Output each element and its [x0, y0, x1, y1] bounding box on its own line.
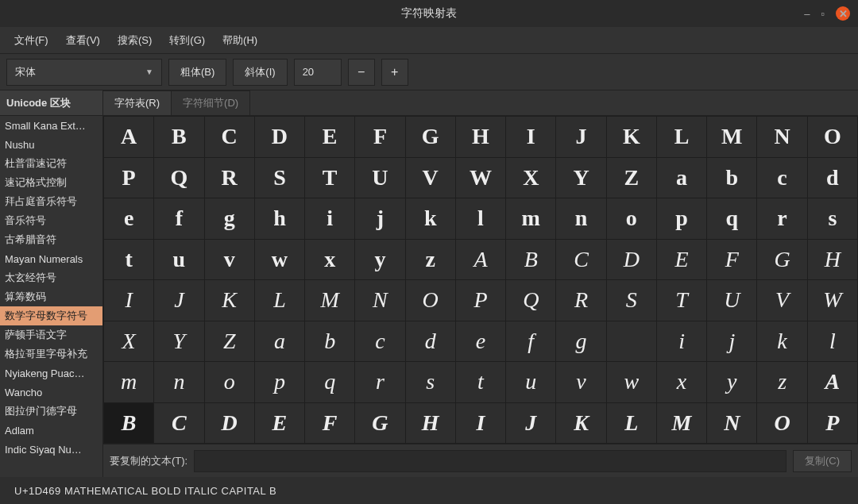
copy-input[interactable] [194, 450, 786, 472]
italic-button[interactable]: 斜体(I) [233, 59, 287, 86]
char-cell[interactable]: a [656, 157, 706, 198]
tab-1[interactable]: 字符细节(D) [171, 90, 250, 115]
char-cell[interactable]: G [405, 117, 455, 158]
char-cell[interactable]: s [405, 362, 455, 403]
char-cell[interactable]: x [305, 239, 355, 280]
char-cell[interactable]: d [807, 157, 857, 198]
block-item[interactable]: 杜普雷速记符 [0, 154, 102, 173]
block-item[interactable]: 算筹数码 [0, 287, 102, 306]
char-cell[interactable]: A [104, 117, 154, 158]
char-cell[interactable]: H [455, 117, 505, 158]
size-plus-button[interactable]: + [381, 59, 408, 86]
char-cell[interactable]: L [656, 117, 706, 158]
char-cell[interactable]: j [707, 321, 757, 362]
char-cell[interactable]: M [707, 117, 757, 158]
char-cell[interactable]: O [757, 402, 807, 444]
char-cell[interactable]: K [606, 117, 656, 158]
char-cell[interactable]: H [405, 402, 455, 444]
size-input[interactable]: 20 [294, 59, 342, 86]
char-cell[interactable]: a [254, 321, 304, 362]
char-cell[interactable]: T [305, 157, 355, 198]
char-cell[interactable]: S [606, 280, 656, 321]
char-cell[interactable]: o [606, 198, 656, 240]
char-cell[interactable]: X [506, 157, 556, 198]
char-cell[interactable]: J [154, 280, 204, 321]
copy-button[interactable]: 复制(C) [793, 450, 852, 472]
bold-button[interactable]: 粗体(B) [168, 59, 226, 86]
char-cell[interactable]: q [305, 362, 355, 403]
char-cell[interactable]: i [656, 321, 706, 362]
char-cell[interactable]: r [355, 362, 405, 403]
char-cell[interactable]: C [154, 402, 204, 444]
char-cell[interactable]: g [556, 321, 606, 362]
char-cell[interactable]: M [305, 280, 355, 321]
char-cell[interactable]: l [807, 321, 857, 362]
block-item[interactable]: Adlam [0, 421, 102, 440]
char-cell[interactable]: Y [556, 157, 606, 198]
char-cell[interactable]: F [305, 402, 355, 444]
block-item[interactable]: 速记格式控制 [0, 173, 102, 192]
char-cell[interactable]: b [707, 157, 757, 198]
menu-2[interactable]: 搜索(S) [110, 30, 160, 51]
char-cell[interactable]: R [204, 157, 254, 198]
char-cell[interactable]: U [707, 280, 757, 321]
char-cell[interactable]: K [556, 402, 606, 444]
char-cell[interactable]: C [204, 117, 254, 158]
block-item[interactable]: 格拉哥里字母补充 [0, 344, 102, 364]
close-icon[interactable]: ✕ [836, 6, 850, 21]
char-cell[interactable]: L [606, 402, 656, 444]
char-cell[interactable]: G [355, 402, 405, 444]
menu-0[interactable]: 文件(F) [6, 30, 56, 51]
menu-4[interactable]: 帮助(H) [214, 30, 265, 51]
char-cell[interactable]: t [455, 362, 505, 403]
char-cell[interactable]: R [556, 280, 606, 321]
char-cell[interactable]: J [556, 117, 606, 158]
char-cell[interactable]: G [757, 239, 807, 280]
char-cell[interactable]: w [254, 239, 304, 280]
char-cell[interactable]: v [204, 239, 254, 280]
char-cell[interactable]: e [104, 198, 154, 240]
char-cell[interactable]: n [154, 362, 204, 403]
char-cell[interactable]: z [405, 239, 455, 280]
char-cell[interactable]: V [405, 157, 455, 198]
char-cell[interactable]: D [254, 117, 304, 158]
block-item[interactable]: Nyiakeng Puac… [0, 364, 102, 383]
char-cell[interactable]: v [556, 362, 606, 403]
char-cell[interactable]: q [707, 198, 757, 240]
char-cell[interactable]: l [455, 198, 505, 240]
char-cell[interactable]: u [154, 239, 204, 280]
char-cell[interactable]: m [506, 198, 556, 240]
block-item[interactable]: 音乐符号 [0, 211, 102, 230]
char-cell[interactable]: i [305, 198, 355, 240]
block-item[interactable]: Small Kana Ext… [0, 116, 102, 135]
char-cell[interactable]: N [355, 280, 405, 321]
char-cell[interactable]: w [606, 362, 656, 403]
char-cell[interactable]: P [455, 280, 505, 321]
char-cell[interactable]: V [757, 280, 807, 321]
char-cell[interactable]: z [757, 362, 807, 403]
char-cell[interactable]: W [807, 280, 857, 321]
char-cell[interactable]: S [254, 157, 304, 198]
char-cell[interactable]: s [807, 198, 857, 240]
char-cell[interactable]: N [757, 117, 807, 158]
char-cell[interactable]: e [455, 321, 505, 362]
menu-3[interactable]: 转到(G) [161, 30, 213, 51]
block-item[interactable]: 古希腊音符 [0, 230, 102, 249]
char-cell[interactable]: J [506, 402, 556, 444]
char-cell[interactable]: M [656, 402, 706, 444]
char-cell[interactable]: E [305, 117, 355, 158]
char-cell[interactable]: O [405, 280, 455, 321]
block-item[interactable]: 萨顿手语文字 [0, 325, 102, 344]
char-cell[interactable]: Q [506, 280, 556, 321]
char-cell[interactable]: E [656, 239, 706, 280]
block-item[interactable]: Nushu [0, 135, 102, 154]
char-cell[interactable]: p [656, 198, 706, 240]
block-list[interactable]: Small Kana Ext…Nushu杜普雷速记符速记格式控制拜占庭音乐符号音… [0, 116, 102, 477]
minimize-icon[interactable]: – [804, 8, 810, 20]
block-item[interactable]: 数学字母数字符号 [0, 306, 102, 325]
char-cell[interactable]: U [355, 157, 405, 198]
char-cell[interactable]: j [355, 198, 405, 240]
char-cell[interactable]: c [757, 157, 807, 198]
block-item[interactable]: Indic Siyaq Nu… [0, 440, 102, 459]
char-cell[interactable]: K [204, 280, 254, 321]
